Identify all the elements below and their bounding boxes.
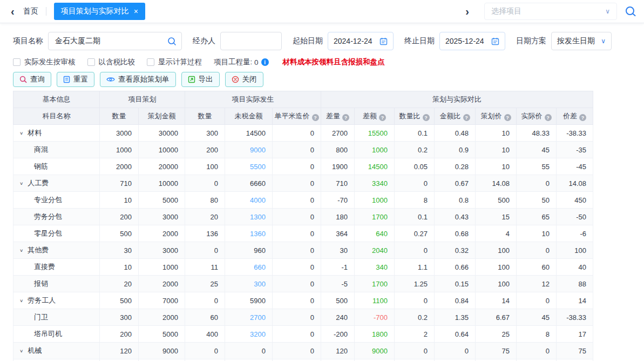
table-row[interactable]: 报销202000253000-517001.250.151001288 bbox=[13, 276, 593, 292]
value-cell: -38.33 bbox=[557, 309, 593, 326]
value-cell: -700 bbox=[355, 309, 395, 326]
value-cell: 25 bbox=[476, 326, 517, 343]
table-row[interactable]: 专业分包1050008040000-70100080.850050450 bbox=[13, 192, 593, 209]
tab-close-icon[interactable]: × bbox=[134, 8, 138, 15]
value-cell: 0 bbox=[273, 192, 321, 209]
value-cell: -38.33 bbox=[557, 125, 593, 142]
value-cell[interactable]: 300 bbox=[225, 276, 273, 292]
global-search-icon[interactable] bbox=[625, 5, 636, 17]
actual-amount-link: 1300 bbox=[250, 213, 266, 221]
checkbox-icon[interactable] bbox=[87, 58, 95, 66]
checkbox-audit-label: 实际发生按审核 bbox=[24, 57, 76, 67]
value-cell[interactable]: 2700 bbox=[225, 309, 273, 326]
table-column-header: 数量比? bbox=[395, 108, 435, 125]
value-cell bbox=[476, 359, 517, 361]
table-row[interactable]: 商混1000100002009000080010000.20.91045-35 bbox=[13, 142, 593, 158]
collapse-caret-icon[interactable]: ∨ bbox=[19, 131, 23, 136]
options-row: 实际发生按审核 以含税比较 显示计算过程 项目工程量: 0 i 材料成本按领料且… bbox=[13, 57, 631, 67]
table-row[interactable]: 劳务分包2003000201300018017000.10.431565-50 bbox=[13, 209, 593, 225]
value-cell[interactable]: 3200 bbox=[225, 326, 273, 343]
search-icon[interactable] bbox=[167, 37, 177, 46]
value-cell bbox=[273, 359, 321, 361]
view-original-plan-button[interactable]: 查看原始策划单 bbox=[100, 72, 176, 87]
value-cell[interactable]: 9000 bbox=[225, 142, 273, 158]
subject-name-cell: 报销 bbox=[13, 276, 100, 292]
value-cell: 0.28 bbox=[435, 158, 476, 175]
help-icon[interactable]: ? bbox=[545, 114, 552, 121]
table-column-header: 金额比? bbox=[435, 108, 476, 125]
table-row[interactable]: ∨人工费71010000066600710334000.6714.08014.0… bbox=[13, 175, 593, 192]
value-cell: 80 bbox=[185, 192, 225, 209]
checkbox-tax-included[interactable]: 以含税比较 bbox=[87, 57, 135, 67]
value-cell: -35 bbox=[557, 142, 593, 158]
value-cell: 0.66 bbox=[435, 259, 476, 276]
help-icon[interactable]: ? bbox=[504, 114, 511, 121]
value-cell: 1000 bbox=[139, 259, 185, 276]
value-cell: 136 bbox=[185, 225, 225, 242]
value-cell[interactable]: 1360 bbox=[225, 225, 273, 242]
value-cell: 0.48 bbox=[435, 125, 476, 142]
value-cell: 5000 bbox=[139, 326, 185, 343]
start-date-label: 起始日期 bbox=[293, 36, 323, 46]
value-cell bbox=[185, 359, 225, 361]
table-row[interactable]: 塔吊司机200500040032000-200180020.6425817 bbox=[13, 326, 593, 343]
value-cell: 500 bbox=[100, 225, 139, 242]
help-icon[interactable]: ? bbox=[312, 114, 319, 121]
query-button[interactable]: 查询 bbox=[13, 72, 51, 87]
help-icon[interactable]: ? bbox=[579, 114, 586, 121]
value-cell: 0 bbox=[273, 292, 321, 309]
value-cell: 120 bbox=[100, 343, 139, 359]
project-select-dropdown[interactable]: 选择项目 ∨ bbox=[484, 3, 617, 20]
help-icon[interactable]: ? bbox=[423, 114, 430, 121]
start-date-picker[interactable]: 2024-12-24 bbox=[328, 32, 394, 50]
collapse-caret-icon[interactable]: ∨ bbox=[19, 349, 23, 353]
value-cell[interactable]: 1300 bbox=[225, 209, 273, 225]
eye-icon bbox=[106, 76, 115, 83]
checkbox-icon[interactable] bbox=[147, 58, 154, 66]
value-cell[interactable]: 5500 bbox=[225, 158, 273, 175]
project-quantity-value: 0 bbox=[254, 58, 259, 66]
export-button[interactable]: 导出 bbox=[181, 72, 220, 87]
value-cell[interactable]: 4000 bbox=[225, 192, 273, 209]
info-icon[interactable]: i bbox=[261, 58, 269, 66]
table-row[interactable]: ∨机械120900000012090000075075 bbox=[13, 343, 593, 359]
help-icon[interactable]: ? bbox=[379, 114, 386, 121]
table-row[interactable]: ∨材料3000300003001450002700155000.10.48104… bbox=[13, 125, 593, 142]
value-cell: 0.84 bbox=[435, 292, 476, 309]
collapse-caret-icon[interactable]: ∨ bbox=[19, 298, 23, 303]
help-icon[interactable]: ? bbox=[342, 114, 349, 121]
value-cell: 30 bbox=[321, 242, 355, 259]
table-row[interactable]: 门卫30020006027000240-7000.21.356.6745-38.… bbox=[13, 309, 593, 326]
table-row[interactable]: ∨劳务工人5007000059000500110000.8414014 bbox=[13, 292, 593, 309]
value-cell[interactable]: 660 bbox=[225, 259, 273, 276]
value-cell: 1000 bbox=[100, 142, 139, 158]
tab-active-comparison[interactable]: 项目策划与实际对比 × bbox=[54, 3, 145, 20]
checkbox-show-calc[interactable]: 显示计算过程 bbox=[147, 57, 202, 67]
collapse-caret-icon[interactable]: ∨ bbox=[19, 181, 23, 186]
forward-chevron-icon[interactable]: › bbox=[462, 6, 472, 17]
actual-amount-link: 5500 bbox=[250, 163, 266, 171]
reset-button[interactable]: 重置 bbox=[57, 72, 94, 87]
value-cell: 500 bbox=[100, 292, 139, 309]
table-row[interactable]: 零星分包5002000136136003646400.270.68410-6 bbox=[13, 225, 593, 242]
help-icon[interactable]: ? bbox=[463, 114, 470, 121]
table-column-header: 差量? bbox=[321, 108, 355, 125]
tab-home[interactable]: 首页 bbox=[23, 6, 38, 16]
value-cell: 710 bbox=[321, 175, 355, 192]
table-row[interactable]: 直接费101000116600-13401.10.661006040 bbox=[13, 259, 593, 276]
date-scheme-select[interactable]: 按发生日期 ∨ bbox=[551, 32, 612, 50]
checkbox-icon[interactable] bbox=[13, 58, 21, 66]
project-name-input[interactable] bbox=[48, 32, 182, 50]
handler-input[interactable] bbox=[220, 32, 282, 50]
value-cell: 0 bbox=[517, 292, 557, 309]
back-chevron-icon[interactable]: ‹ bbox=[8, 6, 18, 17]
value-cell: 14 bbox=[557, 292, 593, 309]
end-date-picker[interactable]: 2025-12-24 bbox=[439, 32, 505, 50]
filter-form: 项目名称 经办人 起始日期 2024-12-24 终止日期 bbox=[13, 32, 631, 50]
collapse-caret-icon[interactable]: ∨ bbox=[19, 248, 23, 253]
checkbox-audit[interactable]: 实际发生按审核 bbox=[13, 57, 76, 67]
close-button[interactable]: 关闭 bbox=[225, 72, 263, 87]
table-row[interactable]: ∨其他费3030000960030204000.321000100 bbox=[13, 242, 593, 259]
table-row[interactable]: 钢筋200020000100550001900145000.050.281055… bbox=[13, 158, 593, 175]
comparison-table: 基本信息项目策划项目实际发生策划与实际对比科目名称数量策划金额数量未税金额单平米… bbox=[13, 91, 593, 361]
